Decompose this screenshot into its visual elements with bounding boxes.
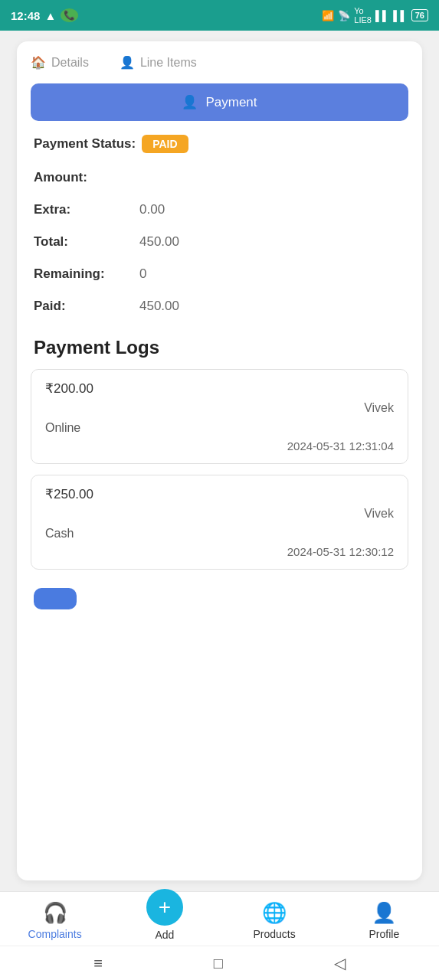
tab-details-label: Details xyxy=(51,56,89,70)
total-row: Total: 450.00 xyxy=(34,234,405,250)
tab-line-items[interactable]: 👤 Line Items xyxy=(120,55,197,73)
battery-indicator: 76 xyxy=(411,9,428,21)
log-2-method: Cash xyxy=(45,527,394,541)
log-1-amount: ₹200.00 xyxy=(45,381,394,397)
profile-icon: 👤 xyxy=(372,901,396,925)
remaining-label: Remaining: xyxy=(34,266,133,282)
extra-row: Extra: 0.00 xyxy=(34,202,405,217)
log-2-amount: ₹250.00 xyxy=(45,486,394,502)
nav-complaints[interactable]: 🎧 Complaints xyxy=(28,901,82,940)
add-plus-icon: + xyxy=(159,895,171,920)
yo-icon: YoLIE8 xyxy=(354,6,372,24)
bottom-nav: 🎧 Complaints + Add 🌐 Products 👤 Profile xyxy=(0,891,439,946)
complaints-icon: 🎧 xyxy=(43,901,67,925)
amount-row: Amount: xyxy=(34,170,405,185)
log-1-method: Online xyxy=(45,421,394,435)
remaining-value: 0 xyxy=(139,266,146,282)
extra-value: 0.00 xyxy=(139,202,165,217)
tabs-row: 🏠 Details 👤 Line Items xyxy=(17,41,422,73)
nav-add[interactable]: + Add xyxy=(138,900,192,941)
add-btn-area xyxy=(17,580,422,609)
home-gesture-icon[interactable]: □ xyxy=(214,955,223,972)
back-gesture-icon[interactable]: ◁ xyxy=(334,954,346,972)
status-left: 12:48 ▲ 📞 xyxy=(11,8,78,22)
payment-details-section: Payment Status: PAID Amount: Extra: 0.00… xyxy=(17,121,422,314)
payment-tab-icon: 👤 xyxy=(182,94,198,110)
log-card-2: ₹250.00 Vivek Cash 2024-05-31 12:30:12 xyxy=(31,475,408,570)
payment-logs-title: Payment Logs xyxy=(17,331,422,369)
network-icon: 📡 xyxy=(338,10,350,21)
nav-products[interactable]: 🌐 Products xyxy=(247,901,301,940)
status-right: 📶 📡 YoLIE8 ▌▌ ▌▌ 76 xyxy=(322,6,428,24)
products-label: Products xyxy=(253,928,295,940)
profile-label: Profile xyxy=(369,928,400,940)
payment-status-row: Payment Status: PAID xyxy=(34,135,405,153)
log-1-date: 2024-05-31 12:31:04 xyxy=(45,439,394,452)
main-card: 🏠 Details 👤 Line Items 👤 Payment Payment… xyxy=(17,41,422,880)
paid-badge: PAID xyxy=(142,135,188,153)
add-payment-button[interactable] xyxy=(34,588,77,609)
menu-gesture-icon[interactable]: ≡ xyxy=(93,955,103,972)
add-label: Add xyxy=(155,929,174,941)
log-2-date: 2024-05-31 12:30:12 xyxy=(45,545,394,558)
signal-icon-1: ▌▌ xyxy=(375,10,389,21)
total-value: 450.00 xyxy=(139,234,179,250)
paid-value: 450.00 xyxy=(139,299,179,314)
tab-details[interactable]: 🏠 Details xyxy=(31,55,89,73)
payment-tab-button[interactable]: 👤 Payment xyxy=(31,83,408,121)
payment-tab-label: Payment xyxy=(205,95,257,110)
status-time: 12:48 xyxy=(11,9,40,22)
tab-line-items-label: Line Items xyxy=(140,56,197,70)
log-1-user: Vivek xyxy=(45,401,394,415)
wifi-icon: 📶 xyxy=(322,10,334,21)
warning-icon: ▲ xyxy=(44,9,56,22)
signal-icon-2: ▌▌ xyxy=(393,10,407,21)
log-2-user: Vivek xyxy=(45,507,394,521)
gesture-bar: ≡ □ ◁ xyxy=(0,946,439,980)
paid-label: Paid: xyxy=(34,299,133,314)
products-icon: 🌐 xyxy=(262,901,287,925)
phone-icon: 📞 xyxy=(61,8,78,22)
person-tab-icon: 👤 xyxy=(120,55,135,70)
add-circle-icon: + xyxy=(146,889,183,926)
remaining-row: Remaining: 0 xyxy=(34,266,405,282)
status-bar: 12:48 ▲ 📞 📶 📡 YoLIE8 ▌▌ ▌▌ 76 xyxy=(0,0,439,31)
complaints-label: Complaints xyxy=(28,928,82,940)
total-label: Total: xyxy=(34,234,133,250)
log-card-1: ₹200.00 Vivek Online 2024-05-31 12:31:04 xyxy=(31,369,408,464)
paid-row: Paid: 450.00 xyxy=(34,299,405,314)
payment-status-label: Payment Status: xyxy=(34,136,136,152)
home-tab-icon: 🏠 xyxy=(31,55,46,70)
nav-profile[interactable]: 👤 Profile xyxy=(357,901,411,940)
extra-label: Extra: xyxy=(34,202,133,217)
amount-label: Amount: xyxy=(34,170,133,185)
